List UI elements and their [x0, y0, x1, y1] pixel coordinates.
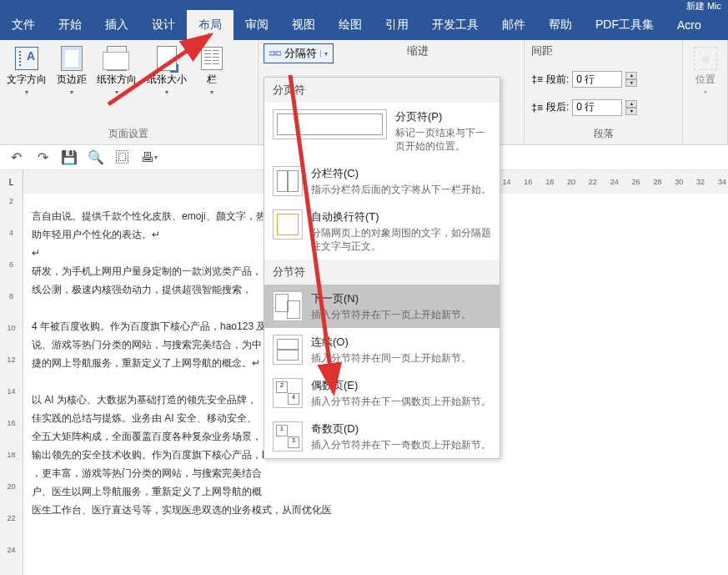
menu-item-desc: 标记一页结束与下一页开始的位置。	[395, 126, 491, 153]
margins-button[interactable]: 页边距▾	[55, 43, 88, 100]
columns-icon	[201, 47, 223, 70]
doc-line: ，更丰富，游戏等热门分类的网站，与搜索完美结合	[32, 464, 720, 482]
break-wrap-icon	[273, 209, 303, 240]
ribbon-tabs: 文件开始插入设计布局审阅视图绘图引用开发工具邮件帮助PDF工具集Acro	[0, 10, 728, 40]
spacing-header: 间距	[531, 43, 675, 63]
chevron-down-icon: ▾	[210, 88, 213, 96]
tab-布局[interactable]: 布局	[187, 10, 233, 40]
chevron-down-icon: ▾	[25, 88, 28, 96]
chevron-down-icon: ▾	[320, 50, 328, 58]
position-button[interactable]: ⊞ 位置▾	[688, 43, 722, 100]
spacing-after-label: 段后:	[546, 100, 569, 114]
group-label-page-setup: 页面设置	[5, 127, 253, 143]
vertical-ruler[interactable]: 2468101214161820222426	[0, 194, 23, 575]
breaks-icon	[269, 49, 281, 58]
chevron-down-icon: ▾	[165, 88, 168, 96]
menu-item-desc: 插入分节符并在下一页上开始新节。	[311, 308, 491, 321]
break-menu-item-page[interactable]: 分页符(P)标记一页结束与下一页开始的位置。	[264, 103, 500, 159]
break-odd-icon: 13	[273, 421, 303, 451]
break-menu-item-wrap[interactable]: 自动换行符(T)分隔网页上的对象周围的文字，如分隔题注文字与正文。	[264, 203, 500, 260]
break-menu-item-column[interactable]: 分栏符(C)指示分栏符后面的文字将从下一栏开始。	[264, 159, 500, 203]
doc-line: 医生工作台、医疗直达号等，实现医患双选的业务模式，从而优化医	[32, 501, 720, 519]
ruler-corner: L	[0, 170, 23, 194]
spacing-after-input[interactable]	[572, 99, 622, 116]
tab-绘图[interactable]: 绘图	[327, 10, 374, 40]
tab-设计[interactable]: 设计	[140, 10, 187, 40]
menu-item-title: 连续(O)	[311, 335, 491, 350]
text-direction-icon	[15, 47, 38, 70]
break-menu-item-odd[interactable]: 13奇数页(D)插入分节符并在下一奇数页上开始新节。	[264, 415, 500, 458]
chevron-down-icon: ▾	[70, 88, 73, 96]
indent-header: 缩进	[407, 43, 518, 63]
spinner[interactable]: ▴▾	[625, 100, 637, 115]
break-even-icon: 24	[273, 378, 303, 408]
position-icon: ⊞	[694, 47, 717, 70]
break-next-icon	[273, 291, 303, 321]
tab-开始[interactable]: 开始	[47, 10, 93, 40]
break-menu-item-next[interactable]: 下一页(N)插入分节符并在下一页上开始新节。	[264, 285, 500, 328]
text-direction-button[interactable]: 文字方向▾	[5, 43, 48, 100]
breaks-dropdown-menu: 分页符分页符(P)标记一页结束与下一页开始的位置。分栏符(C)指示分栏符后面的文…	[264, 77, 500, 459]
tab-PDF工具集[interactable]: PDF工具集	[584, 10, 665, 40]
spacing-before-input[interactable]	[572, 71, 622, 88]
margins-icon	[61, 46, 83, 71]
menu-item-title: 奇数页(D)	[311, 421, 491, 436]
size-icon	[157, 46, 177, 71]
group-position: ⊞ 位置▾	[683, 40, 728, 144]
tab-视图[interactable]: 视图	[280, 10, 327, 40]
menu-item-title: 下一页(N)	[311, 291, 491, 306]
svg-rect-0	[269, 52, 274, 55]
spacing-before-label: 段前:	[546, 73, 569, 87]
menu-item-title: 分栏符(C)	[311, 166, 491, 181]
tab-插入[interactable]: 插入	[93, 10, 140, 40]
chevron-down-icon: ▾	[115, 88, 118, 96]
orientation-icon	[107, 46, 127, 71]
chevron-down-icon: ▾	[704, 88, 707, 96]
doc-line: 户、医生以网上导航服务，重新定义了上网导航的概	[32, 482, 720, 501]
group-page-setup: 文字方向▾ 页边距▾ 纸张方向▾ 纸张大小▾ 栏▾ 页面设置	[0, 40, 259, 144]
menu-item-title: 分页符(P)	[395, 109, 491, 124]
menu-item-title: 偶数页(E)	[311, 378, 491, 393]
print-button[interactable]: 🖶 ▾	[142, 150, 157, 165]
svg-rect-1	[276, 52, 281, 55]
menu-item-desc: 插入分节符并在下一奇数页上开始新节。	[311, 438, 491, 451]
tab-Acro[interactable]: Acro	[665, 10, 713, 40]
tab-文件[interactable]: 文件	[0, 10, 47, 40]
menu-section-header: 分节符	[264, 260, 500, 285]
group-label-paragraph: 段落	[531, 127, 675, 143]
undo-button[interactable]: ↶	[8, 150, 23, 165]
orientation-button[interactable]: 纸张方向▾	[95, 43, 138, 100]
menu-section-header: 分页符	[264, 78, 500, 103]
break-menu-item-even[interactable]: 24偶数页(E)插入分节符并在下一偶数页上开始新节。	[264, 371, 500, 415]
spacing-after-icon: ‡≡	[531, 102, 543, 113]
menu-item-desc: 插入分节符并在同一页上开始新节。	[311, 351, 491, 365]
titlebar: 新建 Mic	[0, 0, 728, 10]
menu-item-title: 自动换行符(T)	[311, 209, 491, 224]
menu-item-desc: 指示分栏符后面的文字将从下一栏开始。	[311, 183, 491, 196]
columns-button[interactable]: 栏▾	[195, 43, 228, 100]
break-column-icon	[273, 166, 303, 196]
tab-开发工具[interactable]: 开发工具	[420, 10, 490, 40]
redo-button[interactable]: ↷	[35, 150, 50, 165]
tab-邮件[interactable]: 邮件	[490, 10, 537, 40]
search-button[interactable]: 🔍	[88, 150, 103, 165]
breaks-button[interactable]: 分隔符 ▾	[264, 43, 334, 63]
break-cont-icon	[273, 335, 303, 365]
size-button[interactable]: 纸张大小▾	[145, 43, 188, 100]
break-menu-item-cont[interactable]: 连续(O)插入分节符并在同一页上开始新节。	[264, 328, 500, 371]
break-page-icon	[273, 109, 387, 139]
menu-item-desc: 插入分节符并在下一偶数页上开始新节。	[311, 395, 491, 408]
tab-审阅[interactable]: 审阅	[233, 10, 280, 40]
save-button[interactable]: 💾	[62, 150, 77, 165]
menu-item-desc: 分隔网页上的对象周围的文字，如分隔题注文字与正文。	[311, 226, 491, 253]
spinner[interactable]: ▴▾	[625, 72, 637, 87]
spacing-before-icon: ‡≡	[531, 73, 543, 85]
tab-引用[interactable]: 引用	[374, 10, 420, 40]
group-spacing: 间距 ‡≡ 段前: ▴▾ ‡≡ 段后: ▴▾ 段落	[525, 40, 683, 144]
tab-帮助[interactable]: 帮助	[537, 10, 584, 40]
select-button[interactable]: ⿴	[115, 150, 130, 165]
